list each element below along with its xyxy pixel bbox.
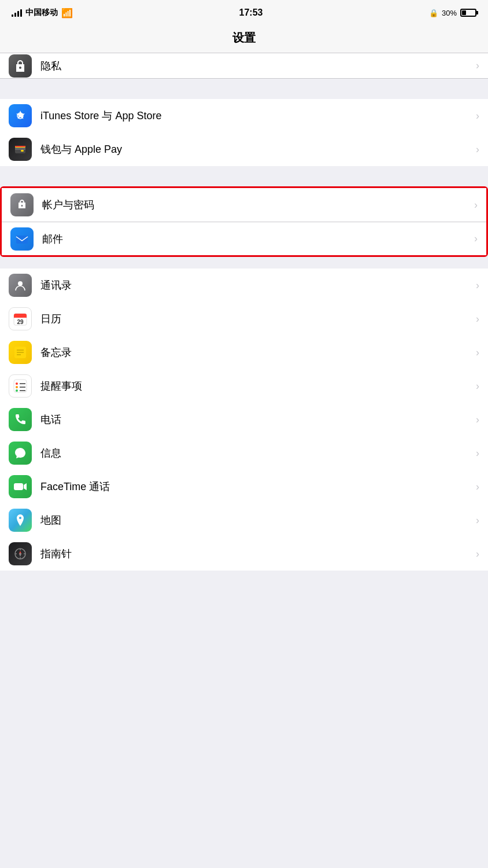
svg-rect-5 [21,150,24,152]
wallet-label: 钱包与 Apple Pay [40,142,473,156]
mail-cell[interactable]: 邮件 › [2,222,486,255]
accounts-cell[interactable]: 帐户与密码 › [2,188,486,222]
battery-icon [460,9,476,17]
privacy-label: 隐私 [40,59,473,73]
contacts-chevron: › [476,279,479,292]
messages-cell[interactable]: 信息 › [0,436,488,470]
maps-icon [9,509,32,532]
battery-percent: 30% [442,9,457,17]
phone-label: 电话 [40,413,473,426]
notes-label: 备忘录 [40,345,473,359]
mail-label: 邮件 [42,232,471,246]
svg-rect-6 [16,236,28,244]
maps-cell[interactable]: 地图 › [0,503,488,537]
wifi-icon: 📶 [61,8,73,19]
messages-label: 信息 [40,446,473,460]
phone-cell[interactable]: 电话 › [0,403,488,436]
status-bar: 中国移动 📶 17:53 🔒 30% [0,0,488,25]
privacy-cell[interactable]: 隐私 › [0,53,488,79]
settings-group-3: 通讯录 › 29 日历 › [0,269,488,571]
phone-icon [9,408,32,431]
svg-rect-4 [15,146,25,147]
wallet-cell[interactable]: 钱包与 Apple Pay › [0,133,488,166]
svg-rect-23 [14,483,23,490]
wallet-icon [9,138,32,161]
facetime-icon [9,475,32,498]
messages-icon [9,442,32,465]
svg-rect-2 [15,148,25,150]
time-label: 17:53 [239,8,263,18]
phone-chevron: › [476,414,479,426]
carrier-label: 中国移动 [25,8,58,18]
svg-rect-10 [14,316,27,318]
page-title: 设置 [232,31,256,44]
svg-point-19 [16,389,18,392]
passwords-icon [10,193,34,216]
signal-bars-icon [12,9,22,17]
calendar-cell[interactable]: 29 日历 › [0,302,488,336]
reminders-icon [9,374,32,398]
highlighted-group: 帐户与密码 › 邮件 › [0,186,488,257]
maps-label: 地图 [40,513,473,527]
facetime-chevron: › [476,481,479,493]
accounts-chevron: › [474,199,478,211]
page-title-bar: 设置 [0,25,488,53]
lock-icon: 🔒 [429,9,438,17]
svg-text:29: 29 [17,319,24,325]
contacts-icon [9,274,32,297]
mail-chevron: › [474,233,478,245]
svg-point-18 [16,386,18,388]
compass-cell[interactable]: 指南针 › [0,537,488,571]
privacy-chevron: › [476,60,479,72]
status-left: 中国移动 📶 [12,8,73,19]
contacts-label: 通讯录 [40,278,473,292]
facetime-label: FaceTime 通话 [40,480,473,494]
reminders-chevron: › [476,380,479,392]
wallet-chevron: › [476,144,479,156]
group-divider-1 [0,79,488,99]
compass-chevron: › [476,548,479,560]
notes-icon [9,341,32,364]
reminders-cell[interactable]: 提醒事项 › [0,369,488,403]
notes-chevron: › [476,347,479,359]
svg-point-17 [16,382,18,385]
group-divider-2 [0,166,488,186]
settings-group-1: iTunes Store 与 App Store › 钱包与 Apple Pay… [0,99,488,166]
status-right: 🔒 30% [429,9,476,17]
privacy-icon [9,54,32,78]
svg-point-7 [18,281,23,286]
messages-chevron: › [476,447,479,459]
facetime-cell[interactable]: FaceTime 通话 › [0,470,488,503]
compass-label: 指南针 [40,547,473,561]
settings-container: 隐私 › iTunes Store 与 App Store › [0,53,488,571]
itunes-cell[interactable]: iTunes Store 与 App Store › [0,99,488,133]
accounts-label: 帐户与密码 [42,198,471,212]
appstore-icon [9,104,32,127]
notes-cell[interactable]: 备忘录 › [0,336,488,369]
maps-chevron: › [476,514,479,527]
mail-icon [10,227,34,251]
reminders-label: 提醒事项 [40,379,473,393]
contacts-cell[interactable]: 通讯录 › [0,269,488,302]
calendar-label: 日历 [40,312,473,326]
itunes-label: iTunes Store 与 App Store [40,109,473,123]
calendar-icon: 29 [9,307,32,330]
compass-icon [9,542,32,565]
group-divider-3 [0,257,488,269]
itunes-chevron: › [476,110,479,122]
calendar-chevron: › [476,313,479,325]
